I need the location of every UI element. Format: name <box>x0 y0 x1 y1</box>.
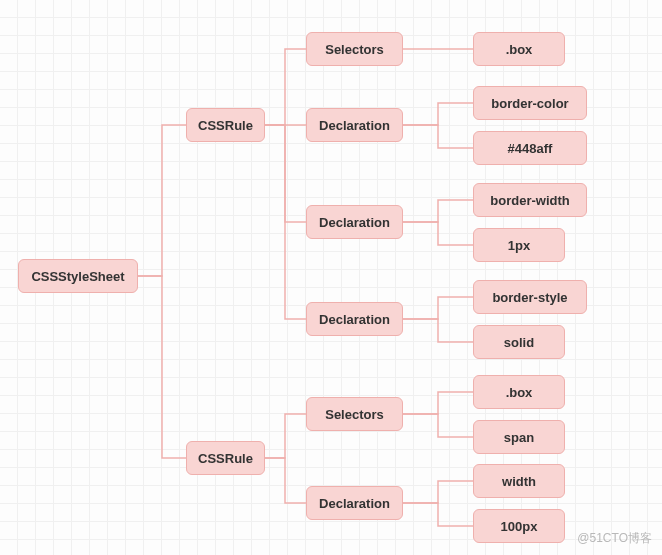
leaf-100px: 100px <box>473 509 565 543</box>
leaf-448aff: #448aff <box>473 131 587 165</box>
node-selectors-0: Selectors <box>306 32 403 66</box>
node-declaration-0-1: Declaration <box>306 108 403 142</box>
leaf-border-style: border-style <box>473 280 587 314</box>
node-root: CSSStyleSheet <box>18 259 138 293</box>
watermark: @51CTO博客 <box>577 530 652 547</box>
leaf-1px: 1px <box>473 228 565 262</box>
leaf-box-0: .box <box>473 32 565 66</box>
node-declaration-1-1: Declaration <box>306 486 403 520</box>
leaf-border-color: border-color <box>473 86 587 120</box>
node-declaration-0-3: Declaration <box>306 302 403 336</box>
leaf-width: width <box>473 464 565 498</box>
diagram-canvas: CSSStyleSheet CSSRule CSSRule Selectors … <box>0 0 662 555</box>
node-cssrule-0: CSSRule <box>186 108 265 142</box>
node-declaration-0-2: Declaration <box>306 205 403 239</box>
node-selectors-1: Selectors <box>306 397 403 431</box>
leaf-span: span <box>473 420 565 454</box>
leaf-border-width: border-width <box>473 183 587 217</box>
node-cssrule-1: CSSRule <box>186 441 265 475</box>
leaf-solid: solid <box>473 325 565 359</box>
leaf-box-1: .box <box>473 375 565 409</box>
